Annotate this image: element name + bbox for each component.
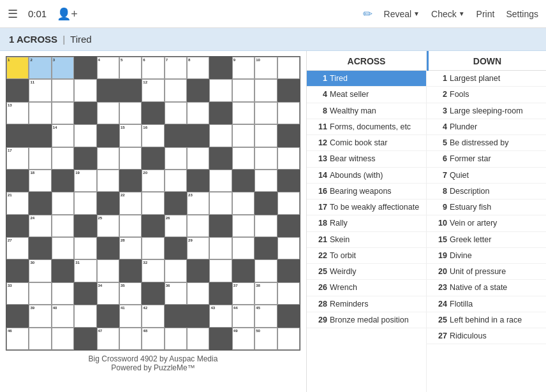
grid-cell[interactable]: 3 bbox=[52, 57, 74, 79]
down-list[interactable]: 1Largest planet2Fools3Large sleeping-roo… bbox=[427, 71, 546, 392]
grid-cell[interactable] bbox=[232, 102, 255, 124]
grid-cell[interactable]: 33 bbox=[6, 282, 29, 305]
grid-cell[interactable] bbox=[255, 102, 277, 124]
grid-cell[interactable]: 12 bbox=[142, 79, 164, 101]
grid-cell[interactable] bbox=[142, 192, 164, 214]
grid-cell[interactable] bbox=[52, 79, 74, 101]
pencil-icon[interactable]: ✏ bbox=[363, 7, 373, 21]
clue-item[interactable]: 11Forms, documents, etc bbox=[307, 119, 426, 135]
grid-cell[interactable]: 23 bbox=[187, 192, 209, 214]
clue-item[interactable]: 12Comic book star bbox=[307, 135, 426, 151]
clue-item[interactable]: 13Bear witness bbox=[307, 151, 426, 167]
clue-item[interactable]: 8Description bbox=[427, 184, 546, 200]
grid-cell[interactable] bbox=[29, 282, 51, 305]
grid-cell[interactable] bbox=[74, 124, 96, 147]
clue-item[interactable]: 1Largest planet bbox=[427, 71, 546, 87]
grid-cell[interactable]: 42 bbox=[142, 305, 164, 327]
across-list[interactable]: 1Tired4Meat seller8Wealthy man11Forms, d… bbox=[307, 71, 426, 392]
grid-cell[interactable]: 20 bbox=[142, 170, 164, 192]
grid-cell[interactable] bbox=[97, 147, 119, 170]
grid-cell[interactable] bbox=[209, 79, 232, 101]
grid-cell[interactable] bbox=[255, 215, 277, 237]
grid-cell[interactable] bbox=[29, 328, 51, 350]
grid-cell[interactable]: 41 bbox=[119, 305, 142, 327]
clue-item[interactable]: 17To be weakly affectionate bbox=[307, 200, 426, 215]
grid-cell[interactable] bbox=[52, 282, 74, 305]
grid-cell[interactable]: 37 bbox=[232, 282, 255, 305]
grid-cell[interactable]: 40 bbox=[52, 305, 74, 327]
grid-cell[interactable] bbox=[232, 79, 255, 101]
grid-cell[interactable]: 29 bbox=[187, 237, 209, 259]
grid-cell[interactable]: 4 bbox=[97, 57, 119, 79]
grid-cell[interactable] bbox=[209, 237, 232, 259]
clue-item[interactable]: 10Vein or artery bbox=[427, 215, 546, 231]
grid-cell[interactable] bbox=[165, 259, 187, 282]
grid-cell[interactable]: 25 bbox=[97, 215, 119, 237]
grid-cell[interactable]: 49 bbox=[232, 328, 255, 350]
grid-cell[interactable]: 21 bbox=[6, 192, 29, 214]
grid-cell[interactable]: 32 bbox=[142, 259, 164, 282]
clue-item[interactable]: 4Meat seller bbox=[307, 87, 426, 103]
grid-cell[interactable] bbox=[232, 124, 255, 147]
grid-cell[interactable]: 5 bbox=[119, 57, 142, 79]
clue-item[interactable]: 15Greek letter bbox=[427, 232, 546, 248]
grid-cell[interactable] bbox=[165, 328, 187, 350]
grid-cell[interactable]: 6 bbox=[142, 57, 164, 79]
grid-cell[interactable]: 9 bbox=[232, 57, 255, 79]
clue-item[interactable]: 24Flotilla bbox=[427, 296, 546, 312]
grid-cell[interactable] bbox=[29, 102, 51, 124]
clue-item[interactable]: 25Left behind in a race bbox=[427, 312, 546, 328]
grid-cell[interactable] bbox=[74, 79, 96, 101]
grid-cell[interactable] bbox=[209, 192, 232, 214]
clue-item[interactable]: 27Ridiculous bbox=[427, 328, 546, 344]
grid-cell[interactable]: 24 bbox=[29, 215, 51, 237]
grid-cell[interactable] bbox=[165, 102, 187, 124]
grid-cell[interactable] bbox=[187, 147, 209, 170]
clue-item[interactable]: 2Fools bbox=[427, 87, 546, 103]
grid-cell[interactable]: 35 bbox=[119, 282, 142, 305]
grid-cell[interactable] bbox=[97, 170, 119, 192]
clue-item[interactable]: 20Unit of pressure bbox=[427, 264, 546, 280]
grid-cell[interactable] bbox=[165, 79, 187, 101]
grid-cell[interactable]: 15 bbox=[119, 124, 142, 147]
clue-item[interactable]: 8Wealthy man bbox=[307, 103, 426, 119]
grid-cell[interactable] bbox=[52, 147, 74, 170]
grid-cell[interactable]: 11 bbox=[29, 79, 51, 101]
clue-item[interactable]: 18Rally bbox=[307, 215, 426, 231]
grid-cell[interactable] bbox=[97, 259, 119, 282]
clue-item[interactable]: 9Estuary fish bbox=[427, 200, 546, 215]
grid-cell[interactable]: 17 bbox=[6, 147, 29, 170]
grid-cell[interactable]: 34 bbox=[97, 282, 119, 305]
grid-cell[interactable]: 47 bbox=[97, 328, 119, 350]
grid-cell[interactable] bbox=[187, 215, 209, 237]
clue-item[interactable]: 5Be distressed by bbox=[427, 135, 546, 151]
grid-cell[interactable] bbox=[209, 124, 232, 147]
grid-cell[interactable]: 36 bbox=[165, 282, 187, 305]
grid-cell[interactable] bbox=[119, 215, 142, 237]
grid-cell[interactable] bbox=[232, 215, 255, 237]
grid-cell[interactable] bbox=[277, 147, 300, 170]
grid-cell[interactable]: 16 bbox=[142, 124, 164, 147]
grid-cell[interactable] bbox=[187, 102, 209, 124]
grid-cell[interactable] bbox=[277, 102, 300, 124]
clue-item[interactable]: 4Plunder bbox=[427, 119, 546, 135]
grid-cell[interactable] bbox=[255, 79, 277, 101]
grid-cell[interactable]: 31 bbox=[74, 259, 96, 282]
grid-cell[interactable]: 45 bbox=[255, 305, 277, 327]
grid-cell[interactable]: 7 bbox=[165, 57, 187, 79]
clue-item[interactable]: 19Divine bbox=[427, 248, 546, 264]
grid-cell[interactable] bbox=[255, 170, 277, 192]
grid-cell[interactable]: 28 bbox=[119, 237, 142, 259]
grid-cell[interactable] bbox=[52, 192, 74, 214]
grid-cell[interactable] bbox=[255, 147, 277, 170]
grid-cell[interactable]: 48 bbox=[142, 328, 164, 350]
grid-cell[interactable] bbox=[119, 328, 142, 350]
clue-item[interactable]: 26Wrench bbox=[307, 280, 426, 296]
grid-cell[interactable]: 18 bbox=[29, 170, 51, 192]
grid-cell[interactable]: 14 bbox=[52, 124, 74, 147]
grid-cell[interactable]: 19 bbox=[74, 170, 96, 192]
clue-item[interactable]: 14Abounds (with) bbox=[307, 168, 426, 184]
clue-item[interactable]: 29Bronze medal position bbox=[307, 312, 426, 328]
grid-cell[interactable]: 44 bbox=[232, 305, 255, 327]
grid-cell[interactable]: 13 bbox=[6, 102, 29, 124]
